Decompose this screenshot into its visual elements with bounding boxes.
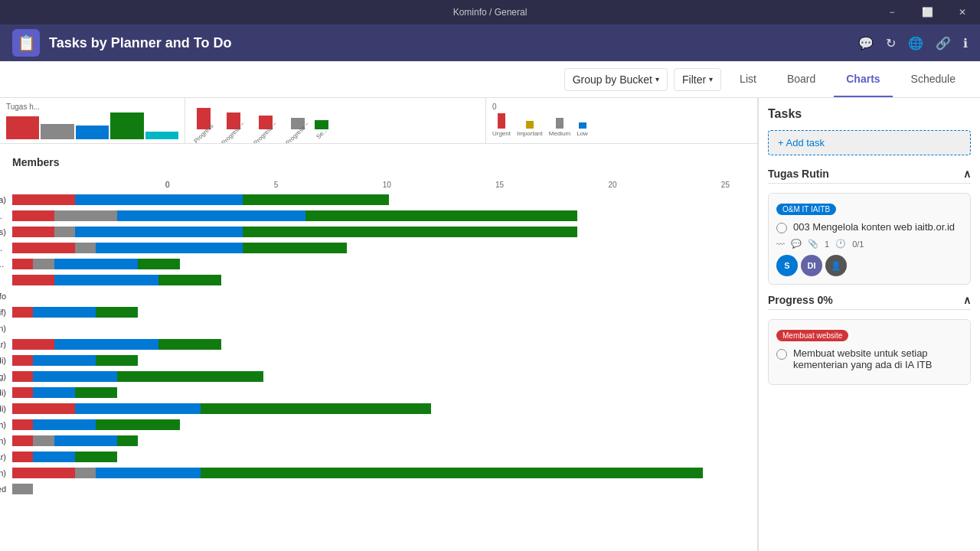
bar-red	[12, 371, 33, 382]
task-card-2: Membuat website Membuat website untuk se…	[768, 319, 971, 385]
chart-row-label: Wakil V Sekjen (Aulia Suraperwata)	[0, 195, 12, 204]
bar-blue	[75, 227, 243, 237]
tab-charts[interactable]: Charts	[834, 61, 892, 97]
progress-text: 0/1	[852, 240, 864, 249]
filter-chevron: ▾	[709, 75, 713, 83]
mini-chart-1: Tugas h...	[0, 98, 185, 143]
info-icon[interactable]: ℹ	[963, 36, 968, 51]
bar-gray	[75, 243, 96, 253]
bar-red	[12, 210, 54, 221]
bar-red	[12, 435, 33, 446]
mini-chart-3: 0 Urgent Important Medium	[486, 98, 757, 143]
chart-row-label: Wakil Menteri Kominfo (Denny Setiawan)	[0, 211, 12, 220]
app-icon: 📋	[12, 29, 40, 57]
group-by-button[interactable]: Group by Bucket ▾	[564, 68, 668, 91]
bar-green	[158, 339, 221, 350]
bar-red	[12, 403, 75, 414]
link-icon[interactable]: 🔗	[936, 36, 951, 51]
main-layout: Tugas h... Progress	[0, 98, 980, 551]
chart-row-label: Menteri Kominfo (Anang Latif)	[0, 308, 12, 317]
chart-row-bars	[12, 484, 745, 494]
group-by-chevron: ▾	[655, 75, 659, 83]
navbar: Group by Bucket ▾ Filter ▾ List Board Ch…	[0, 61, 980, 98]
wave-icon: 〰	[776, 240, 785, 249]
avatar-di: DI	[801, 255, 822, 276]
low-bar	[579, 122, 586, 129]
chart-row-label: Wakil II Sekjen (M Safri Lubis)	[0, 227, 12, 236]
bar-green	[75, 452, 117, 462]
add-task-button[interactable]: + Add task	[768, 130, 971, 155]
attachment-count: 1	[825, 240, 829, 249]
chart-row-bars	[12, 452, 745, 462]
bar-red	[12, 227, 54, 237]
x-label-5: 5	[274, 181, 279, 189]
section2-title[interactable]: Progress 0% ∧	[768, 294, 971, 310]
tab-board[interactable]: Board	[775, 61, 828, 97]
bar-blue	[75, 194, 243, 205]
bar-green	[117, 435, 138, 446]
task-checkbox[interactable]	[776, 223, 787, 233]
chart-row-label: Deputi Aptika (Rudolf Sianipar)	[0, 452, 12, 461]
clock-icon: 🕐	[835, 239, 846, 249]
chart-row: Direktur IT Support (Arifin Siregar)	[12, 338, 745, 350]
chart-row: Wakil II Sekjen (M Safri Lubis)	[12, 226, 745, 238]
titlebar-title: Kominfo / General	[453, 7, 528, 18]
chart-row-bars	[12, 243, 745, 253]
mini-bar	[41, 124, 74, 139]
bar-green	[96, 307, 138, 318]
globe-icon[interactable]: 🌐	[908, 36, 923, 51]
chart-row: Menteri Kominfo (Anang Latif)	[12, 306, 745, 318]
tab-schedule[interactable]: Schedule	[899, 61, 968, 97]
maximize-button[interactable]: ⬜	[910, 0, 945, 24]
bar-blue	[54, 339, 159, 350]
comment-icon: 💬	[791, 239, 802, 249]
section-progress-0: Progress 0% ∧ Membuat website Membuat we…	[768, 294, 971, 385]
chat-icon[interactable]: 💬	[858, 36, 874, 51]
chart-row: Direktur Infratik (Eko Wahyudi)	[12, 354, 745, 367]
bar-blue	[96, 243, 242, 253]
bar-red	[12, 259, 33, 269]
mini-bar	[6, 116, 39, 139]
mini-bar	[145, 132, 178, 139]
chart-row: Direktur IKP (Fariz Agung)	[12, 370, 745, 383]
header-icons: 💬 ↻ 🌐 🔗 ℹ	[858, 36, 968, 51]
chart-row-bars	[12, 275, 745, 285]
refresh-icon[interactable]: ↻	[886, 36, 896, 51]
bar-gray	[33, 259, 54, 269]
tab-list[interactable]: List	[727, 61, 769, 97]
add-task-label: + Add task	[778, 137, 825, 148]
chart-row: PMO Kominfo	[12, 290, 745, 302]
priority-bars: Urgent Important Medium Low	[492, 112, 751, 137]
chart-row-label: Direktur Infratik (Eko Wahyudi)	[0, 356, 12, 365]
avatar-s: S	[776, 255, 798, 276]
bar-gray	[33, 435, 54, 446]
close-button[interactable]: ✕	[945, 0, 980, 24]
bucket-tag-1: O&M IT IAITB	[776, 204, 836, 215]
chart-row-bars	[12, 435, 745, 446]
section1-title[interactable]: Tugas Rutin ∧	[768, 168, 971, 184]
chart-row-label: Direktur IT Support (Arifin Siregar)	[0, 340, 12, 349]
bar-green	[96, 355, 138, 366]
section-tugas-rutin: Tugas Rutin ∧ O&M IT IAITB 003 Mengelola…	[768, 168, 971, 285]
chart-row-label: Menko TIK (Enda Nasution)	[0, 324, 12, 333]
bar-blue	[33, 387, 75, 398]
chart-row-bars	[12, 323, 745, 334]
bar-red	[12, 355, 33, 366]
task-title-1: 003 Mengelola konten web iaitb.or.id	[793, 221, 955, 233]
filter-button[interactable]: Filter ▾	[674, 68, 721, 91]
mini-bar	[76, 126, 109, 139]
bar-green	[75, 387, 117, 398]
chart-row: Deputi IT Support (Oka Sugandi)	[12, 403, 745, 415]
mini-bar	[110, 112, 143, 139]
x-axis: 0 0 5 10 15 20 25	[165, 181, 730, 189]
chart-row: Menko TIK (Enda Nasution)	[12, 322, 745, 334]
bar-green	[96, 419, 179, 430]
bar-green	[243, 227, 577, 237]
minimize-button[interactable]: −	[874, 0, 910, 24]
task-checkbox-2[interactable]	[776, 349, 787, 360]
chart-area: Tugas h... Progress	[0, 98, 758, 551]
mini-charts-row: Tugas h... Progress	[0, 98, 757, 144]
bar-blue	[54, 435, 117, 446]
bar-red	[12, 275, 54, 285]
chart-row-bars	[12, 419, 745, 430]
